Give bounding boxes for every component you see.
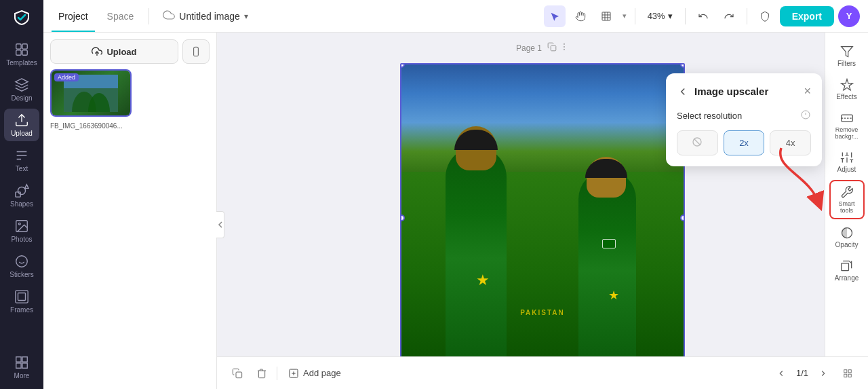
handle-top-right[interactable] xyxy=(680,63,685,68)
svg-rect-19 xyxy=(602,12,610,20)
svg-rect-3 xyxy=(22,50,27,55)
page-duplicate-button[interactable] xyxy=(547,42,557,54)
upload-button[interactable]: Upload xyxy=(50,39,178,64)
prev-page-button[interactable] xyxy=(772,364,791,383)
right-tool-smart-tools[interactable]: Smarttools xyxy=(829,180,865,219)
left-sidebar: Templates Design Upload Text Shapes xyxy=(0,0,43,389)
app-logo[interactable] xyxy=(9,5,34,30)
next-page-button[interactable] xyxy=(814,364,833,383)
sidebar-item-photos[interactable]: Photos xyxy=(4,215,39,247)
shield-button[interactable] xyxy=(754,5,776,27)
select-resolution-label: Select resolution xyxy=(677,111,742,121)
panel-close-button[interactable]: × xyxy=(804,84,811,98)
redo-button[interactable] xyxy=(718,5,740,27)
panel-collapse-tab[interactable] xyxy=(216,211,224,238)
svg-rect-16 xyxy=(22,357,27,362)
right-tool-adjust[interactable]: Adjust xyxy=(829,147,865,177)
svg-point-28 xyxy=(564,43,564,44)
bottom-copy-button[interactable] xyxy=(228,364,247,383)
select-tool-button[interactable] xyxy=(544,5,566,27)
chevron-down-icon[interactable]: ▾ xyxy=(244,12,248,21)
svg-point-5 xyxy=(18,187,26,195)
export-button[interactable]: Export xyxy=(780,6,834,26)
frame-dropdown-arrow[interactable]: ▾ xyxy=(623,12,627,20)
panel-title-row: Image upscaler xyxy=(677,86,768,98)
right-tool-arrange[interactable]: Arrange xyxy=(829,255,865,286)
info-icon[interactable] xyxy=(800,109,811,122)
upscaler-panel: Image upscaler × Select resolution xyxy=(666,73,822,166)
svg-rect-51 xyxy=(236,372,242,378)
right-tool-remove-bg[interactable]: Removebackgr... xyxy=(829,107,865,144)
right-tool-opacity[interactable]: Opacity xyxy=(829,222,865,253)
right-tool-filters[interactable]: Filters xyxy=(829,41,865,71)
topbar-sep-3 xyxy=(685,8,686,24)
svg-rect-55 xyxy=(844,369,847,372)
panel-title: Image upscaler xyxy=(694,86,768,97)
page-label-icons xyxy=(547,42,569,54)
svg-rect-13 xyxy=(16,291,28,303)
svg-point-9 xyxy=(18,223,20,225)
svg-rect-27 xyxy=(551,45,556,51)
res-btn-4x[interactable]: 4x xyxy=(770,130,811,155)
grid-view-button[interactable] xyxy=(838,364,857,383)
add-page-button[interactable]: Add page xyxy=(283,365,347,382)
svg-point-30 xyxy=(564,50,564,50)
zoom-button[interactable]: 43% ▾ xyxy=(642,8,678,24)
svg-rect-1 xyxy=(22,44,27,49)
svg-rect-14 xyxy=(18,293,26,301)
svg-line-35 xyxy=(694,138,701,145)
user-avatar[interactable]: Y xyxy=(838,5,860,27)
sidebar-item-frames[interactable]: Frames xyxy=(4,285,39,318)
res-btn-2x[interactable]: 2x xyxy=(724,130,765,155)
page-menu-button[interactable] xyxy=(559,42,569,54)
tab-project[interactable]: Project xyxy=(52,7,95,26)
image-section: Added FB_IMG_1663690046... xyxy=(50,69,210,130)
sidebar-item-more[interactable]: More xyxy=(4,351,39,384)
page-navigation: 1/1 xyxy=(772,364,857,383)
sidebar-item-stickers[interactable]: Stickers xyxy=(4,250,39,282)
mobile-upload-button[interactable] xyxy=(182,39,210,64)
res-btn-none[interactable] xyxy=(677,130,718,155)
sidebar-item-text[interactable]: Text xyxy=(4,144,39,177)
svg-rect-2 xyxy=(16,50,21,55)
svg-rect-15 xyxy=(16,357,21,362)
hand-tool-button[interactable] xyxy=(570,5,591,27)
file-title: Untitled image xyxy=(179,11,240,22)
sidebar-item-templates[interactable]: Templates xyxy=(4,38,39,71)
svg-rect-58 xyxy=(848,374,851,377)
uploaded-image-thumb[interactable]: Added xyxy=(50,69,132,117)
page-indicator: 1/1 xyxy=(796,368,808,378)
main-area: Project Space Untitled image ▾ xyxy=(43,0,868,389)
bottom-delete-button[interactable] xyxy=(252,364,271,383)
bottom-bar: Add page 1/1 xyxy=(217,356,868,389)
bottom-separator xyxy=(277,367,277,380)
right-tools-panel: Filters Effects Removebackgr... xyxy=(825,33,868,389)
right-tool-effects[interactable]: Effects xyxy=(829,74,865,105)
sidebar-item-upload[interactable]: Upload xyxy=(4,109,39,141)
added-badge: Added xyxy=(54,73,79,81)
svg-marker-7 xyxy=(25,185,29,189)
file-name-label: FB_IMG_1663690046... xyxy=(50,122,132,130)
handle-mid-right[interactable] xyxy=(680,215,685,221)
sidebar-item-shapes[interactable]: Shapes xyxy=(4,179,39,212)
page-label: Page 1 xyxy=(516,42,569,54)
select-resolution-row: Select resolution xyxy=(677,109,811,122)
panel-header: Image upscaler × xyxy=(677,84,811,98)
svg-rect-17 xyxy=(16,363,21,368)
undo-button[interactable] xyxy=(692,5,714,27)
topbar-sep-4 xyxy=(747,8,747,24)
panel-back-button[interactable] xyxy=(677,86,689,98)
svg-rect-50 xyxy=(841,263,848,271)
zoom-chevron-icon: ▾ xyxy=(668,11,673,21)
topbar-separator xyxy=(149,8,149,24)
content-area: Upload xyxy=(43,33,868,389)
svg-rect-57 xyxy=(844,374,847,377)
svg-point-10 xyxy=(16,256,28,267)
sidebar-item-design[interactable]: Design xyxy=(4,73,39,106)
canvas-frame[interactable]: ★ ★ PAKISTAN ↻ xyxy=(400,63,685,372)
canvas-area: Page 1 xyxy=(217,33,868,389)
frame-tool-button[interactable] xyxy=(595,5,617,27)
file-title-area: Untitled image ▾ xyxy=(163,9,248,24)
svg-rect-6 xyxy=(16,192,20,197)
tab-space[interactable]: Space xyxy=(100,7,141,26)
